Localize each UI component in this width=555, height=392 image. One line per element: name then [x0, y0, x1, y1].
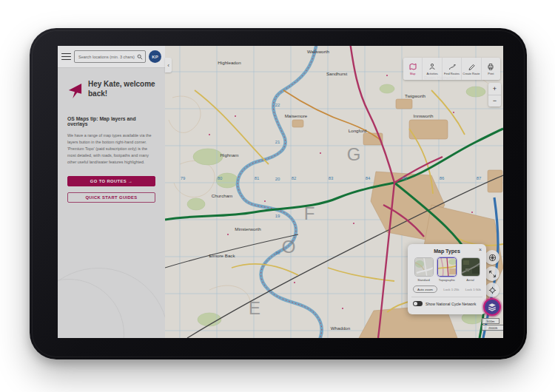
page-background: KP Hey Kate, welcome back! OS Maps tip: …	[0, 0, 555, 392]
place-label: Twigworth	[405, 93, 426, 98]
search-icon[interactable]	[137, 54, 143, 60]
map-district-letters: E O F G	[249, 144, 362, 318]
close-icon[interactable]: ×	[479, 247, 482, 252]
locate-button[interactable]	[485, 283, 500, 297]
print-icon	[487, 63, 494, 70]
lock-50k-option[interactable]: Lock 1:50k	[465, 288, 481, 291]
toolbar-item-find-routes[interactable]: Find Routes	[443, 58, 462, 80]
place-label: Highnam	[221, 152, 239, 158]
search-input[interactable]	[77, 54, 137, 60]
lock-25k-option[interactable]: Lock 1:25k	[443, 288, 459, 291]
map-types-panel: × Map Types	[408, 244, 486, 314]
avatar[interactable]: KP	[149, 50, 161, 63]
decorative-swirl	[58, 279, 124, 338]
map-type-label: Topographic	[439, 278, 455, 282]
topographic-thumbnail	[437, 257, 457, 277]
place-label: Highleadon	[218, 60, 241, 65]
menu-icon[interactable]	[61, 53, 71, 61]
map-type-topographic[interactable]: Topographic	[437, 257, 458, 282]
crosshair-target-icon	[488, 286, 497, 294]
sidebar-collapse-chevron[interactable]: ‹	[165, 58, 172, 72]
fullscreen-button[interactable]	[485, 266, 500, 281]
svg-text:79: 79	[181, 176, 186, 180]
district-letter: E	[249, 298, 262, 318]
toolbar-label: Map	[410, 72, 416, 75]
svg-text:85: 85	[403, 176, 408, 180]
map-type-aerial[interactable]: Aerial	[460, 257, 481, 282]
toolbar-label: Find Routes	[444, 72, 460, 75]
tip-heading: OS Maps tip: Map layers and overlays	[67, 116, 155, 126]
place-label: Sandhurst	[326, 71, 347, 76]
standard-thumbnail	[414, 257, 434, 277]
os-maps-arrow-icon	[67, 82, 82, 100]
toolbar-item-activities[interactable]: Activities	[423, 58, 442, 80]
cycle-network-label: Show National Cycle Network	[426, 302, 476, 306]
tablet-device: KP Hey Kate, welcome back! OS Maps tip: …	[30, 28, 527, 359]
os-maps-app-screen: KP Hey Kate, welcome back! OS Maps tip: …	[58, 46, 503, 338]
compass-button[interactable]	[485, 250, 500, 265]
svg-text:80: 80	[218, 176, 223, 180]
place-label: Elmore Back	[209, 253, 235, 258]
map-types-title: Map Types	[413, 249, 481, 254]
top-bar: KP	[58, 46, 165, 68]
river-severn	[238, 46, 322, 338]
svg-text:20: 20	[275, 177, 280, 181]
zoom-out-button[interactable]: −	[488, 95, 501, 107]
place-label: Longford	[349, 128, 367, 133]
toolbar-label: Print	[488, 72, 494, 75]
cycle-network-toggle[interactable]	[413, 301, 423, 306]
toolbar-item-create-route[interactable]: Create Route	[462, 58, 481, 80]
go-to-routes-button[interactable]: GO TO ROUTES →	[67, 176, 155, 186]
svg-text:81: 81	[255, 176, 260, 180]
map-type-label: Standard	[417, 278, 430, 282]
map-type-label: Aerial	[466, 278, 474, 282]
tip-body-text: We have a range of map types available v…	[67, 132, 155, 166]
toolbar-item-print[interactable]: Print	[482, 58, 500, 80]
toolbar-label: Create Route	[462, 72, 480, 75]
svg-text:22: 22	[275, 103, 280, 107]
place-label: Wallsworth	[307, 49, 330, 54]
svg-text:18: 18	[275, 251, 280, 255]
district-letter: G	[347, 144, 363, 164]
layers-icon	[488, 303, 497, 311]
district-letter: F	[304, 203, 317, 223]
aerial-thumbnail	[461, 257, 480, 277]
svg-text:84: 84	[366, 176, 371, 180]
scale-indicator: 500m 2000ft	[482, 318, 503, 331]
svg-text:86: 86	[440, 176, 445, 180]
scale-metric: 500m	[482, 318, 500, 324]
decorative-swirl	[58, 268, 165, 338]
toolbar-label: Activities	[426, 72, 437, 75]
zoom-in-button[interactable]: +	[488, 83, 501, 95]
create-route-icon	[468, 63, 475, 70]
place-label: Maisemore	[285, 113, 308, 118]
svg-text:83: 83	[329, 176, 334, 180]
sidebar: KP Hey Kate, welcome back! OS Maps tip: …	[58, 46, 165, 338]
svg-text:87: 87	[477, 176, 482, 180]
auto-zoom-option[interactable]: Auto zoom	[413, 285, 437, 293]
map-grid-numbers: 79 80 81 82 83 84 85 86 87 22 21 20 19 1…	[181, 103, 482, 255]
activities-icon	[428, 63, 436, 70]
compass-wheel-icon	[488, 254, 497, 262]
find-routes-icon	[448, 63, 456, 70]
scale-imperial: 2000ft	[482, 325, 503, 331]
place-label: Minsterworth	[235, 226, 261, 232]
place-label: Whaddon	[331, 325, 351, 331]
quick-start-guides-button[interactable]: QUICK START GUIDES	[67, 192, 155, 203]
district-letter: O	[282, 237, 297, 257]
place-label: Innsworth	[414, 113, 434, 118]
layers-button[interactable]	[483, 298, 501, 316]
welcome-heading: Hey Kate, welcome back!	[88, 80, 155, 98]
fullscreen-icon	[488, 270, 497, 278]
zoom-control: + −	[488, 83, 501, 107]
toolbar-item-map[interactable]: Map	[403, 58, 423, 80]
map-icon	[409, 63, 417, 70]
map-toolbar: Map Activities Find	[403, 58, 500, 80]
map-area: E O F G 79 80 81 82 83 84 85 86	[165, 46, 503, 338]
map-type-standard[interactable]: Standard	[413, 257, 434, 282]
sidebar-body: Hey Kate, welcome back! OS Maps tip: Map…	[58, 68, 165, 338]
place-label: Churcham	[212, 193, 233, 198]
svg-text:21: 21	[275, 140, 280, 144]
divider	[411, 297, 482, 297]
svg-text:19: 19	[275, 214, 280, 218]
